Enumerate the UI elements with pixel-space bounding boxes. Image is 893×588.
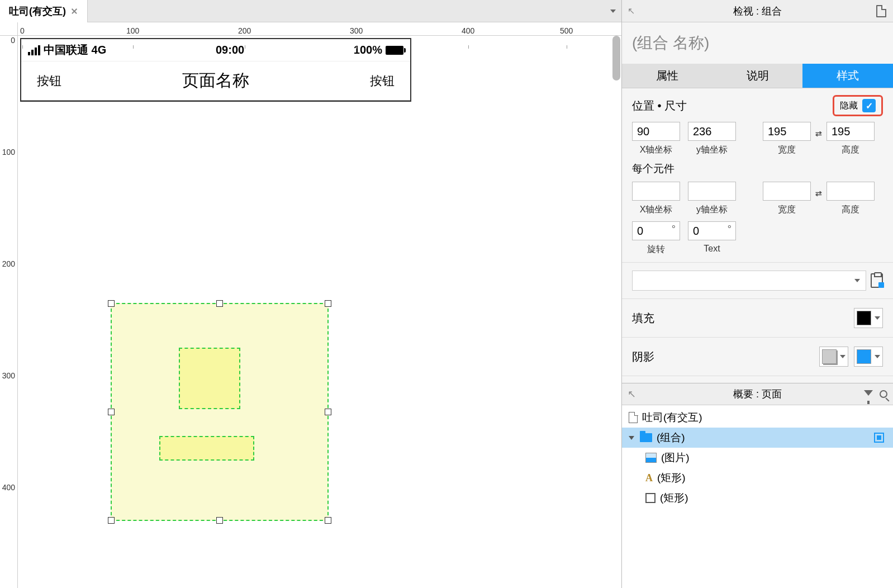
width-input[interactable]	[763, 122, 811, 141]
resize-handle-e[interactable]	[325, 409, 331, 415]
tab-title: 吐司(有交互)	[9, 4, 66, 18]
resize-handle-n[interactable]	[216, 300, 223, 307]
shadow-toggle[interactable]	[819, 347, 848, 367]
ruler-tick: 400	[462, 26, 474, 35]
shadow-row: 阴影	[622, 338, 893, 376]
caret-down-icon[interactable]	[629, 436, 634, 440]
ruler-tick: 500	[560, 26, 573, 35]
tree-item-image[interactable]: (图片)	[622, 448, 893, 468]
pe-height-input[interactable]	[826, 182, 875, 201]
inspector-tabs: 属性 说明 样式	[622, 64, 893, 88]
constrain-icon[interactable]: ⇄	[815, 189, 822, 198]
resize-handle-ne[interactable]	[325, 300, 331, 307]
tree-item-rect[interactable]: (矩形)	[622, 488, 893, 508]
ruler-vertical[interactable]: 0 100 200 300 400	[0, 36, 18, 588]
ruler-tick: 100	[2, 148, 15, 157]
tab-notes[interactable]: 说明	[712, 64, 803, 88]
height-input[interactable]	[826, 122, 875, 141]
tab-dropdown[interactable]	[605, 0, 621, 22]
shadow-color-picker[interactable]	[854, 347, 883, 367]
scrollbar-vertical[interactable]	[612, 36, 620, 80]
fill-row: 填充	[622, 299, 893, 338]
x-input[interactable]	[632, 122, 680, 141]
battery-icon	[386, 46, 403, 55]
resize-handle-w[interactable]	[108, 409, 115, 415]
chevron-down-icon	[875, 316, 880, 320]
rectangle-icon	[645, 493, 656, 503]
page-icon[interactable]	[876, 5, 886, 17]
close-icon[interactable]	[70, 7, 78, 15]
ruler-tick: 300	[350, 26, 363, 35]
group-badge-icon	[874, 433, 884, 443]
per-element-label: 每个元件	[632, 162, 883, 176]
inspector-title: 检视 : 组合	[733, 4, 782, 18]
tree-item-page[interactable]: 吐司(有交互)	[622, 407, 893, 428]
clock-label: 09:00	[106, 44, 354, 56]
tab-style[interactable]: 样式	[802, 64, 893, 88]
hide-checkbox[interactable]: ✓	[862, 99, 876, 112]
nav-left-button[interactable]: 按钮	[37, 73, 61, 89]
inspector-header: ↖ 检视 : 组合	[622, 0, 893, 22]
clipboard-icon[interactable]	[871, 273, 883, 288]
search-icon[interactable]	[880, 390, 887, 398]
style-dropdown-row	[622, 263, 893, 299]
ruler-tick: 200	[238, 26, 251, 35]
ruler-tick: 200	[2, 259, 15, 268]
chevron-down-icon	[840, 355, 846, 358]
nav-bar: 按钮 页面名称 按钮	[21, 61, 410, 101]
tree-label: 吐司(有交互)	[642, 410, 702, 425]
selected-group[interactable]	[111, 303, 329, 521]
tree-item-rect[interactable]: A (矩形)	[622, 468, 893, 488]
resize-handle-nw[interactable]	[108, 300, 115, 307]
tree-label: (图片)	[661, 451, 690, 465]
shadow-color-swatch	[857, 349, 871, 364]
height-label: 高度	[842, 144, 859, 156]
tab-properties[interactable]: 属性	[622, 64, 712, 88]
outline-tree[interactable]: 吐司(有交互) (组合) (图片) A (矩形) (矩形)	[622, 405, 893, 588]
ruler-tick: 400	[2, 483, 15, 492]
filter-icon[interactable]	[864, 390, 873, 396]
constrain-icon[interactable]: ⇄	[815, 129, 822, 138]
tree-label: (组合)	[657, 430, 685, 445]
fill-color-picker[interactable]	[854, 308, 883, 328]
ruler-tick: 100	[126, 26, 139, 35]
style-dropdown[interactable]	[632, 271, 866, 291]
canvas-area: 吐司(有交互) 0 100 200 300 400 500 0 100 200 …	[0, 0, 621, 588]
nav-title: 页面名称	[61, 69, 370, 92]
pe-width-input[interactable]	[763, 182, 811, 201]
status-bar: 中国联通 4G 09:00 100%	[21, 39, 410, 61]
rotation-label: 旋转	[647, 244, 665, 255]
popout-icon[interactable]: ↖	[628, 388, 636, 400]
shadow-label: 阴影	[632, 349, 654, 364]
tree-item-group[interactable]: (组合)	[622, 428, 893, 448]
fill-swatch	[857, 311, 871, 325]
outline-title: 概要 : 页面	[733, 387, 782, 401]
pe-width-label: 宽度	[778, 204, 796, 216]
text-rotation-input[interactable]	[688, 221, 736, 240]
group-name-label[interactable]: (组合 名称)	[622, 22, 893, 64]
battery-percent: 100%	[354, 44, 382, 56]
selected-inner-rect[interactable]	[159, 436, 254, 461]
rotation-input[interactable]	[632, 221, 680, 240]
signal-icon	[28, 45, 40, 55]
ruler-tick: 0	[11, 36, 15, 45]
nav-right-button[interactable]: 按钮	[370, 73, 395, 89]
resize-handle-sw[interactable]	[108, 517, 115, 524]
pe-x-input[interactable]	[632, 182, 680, 201]
resize-handle-se[interactable]	[325, 517, 331, 524]
resize-handle-s[interactable]	[216, 517, 223, 524]
outline-header: ↖ 概要 : 页面	[622, 383, 893, 405]
ruler-tick: 300	[2, 371, 15, 380]
pe-height-label: 高度	[842, 204, 859, 216]
ruler-horizontal[interactable]: 0 100 200 300 400 500	[18, 22, 621, 36]
popout-icon[interactable]: ↖	[628, 6, 635, 16]
chevron-down-icon	[875, 355, 880, 358]
y-input[interactable]	[688, 122, 736, 141]
document-tab[interactable]: 吐司(有交互)	[0, 0, 88, 22]
hide-toggle[interactable]: 隐藏 ✓	[833, 95, 883, 116]
selected-inner-rect[interactable]	[179, 348, 240, 409]
canvas-viewport[interactable]: 中国联通 4G 09:00 100% 按钮 页面名称 按钮	[18, 36, 621, 588]
width-label: 宽度	[778, 144, 796, 156]
pe-y-input[interactable]	[688, 182, 736, 201]
carrier-label: 中国联通 4G	[44, 42, 106, 58]
